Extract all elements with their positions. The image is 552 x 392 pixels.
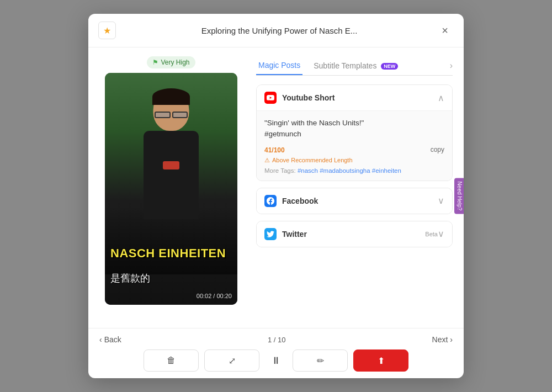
need-help-tab[interactable]: Need Help? bbox=[454, 178, 464, 214]
facebook-icon bbox=[264, 195, 277, 207]
action-row: 🗑 ⤢ ⏸ ✏ ⬆ bbox=[99, 349, 453, 372]
facebook-header[interactable]: Facebook ∨ bbox=[257, 188, 452, 214]
delete-icon: 🗑 bbox=[167, 356, 176, 365]
youtube-short-header[interactable]: Youtube Short ∧ bbox=[257, 85, 452, 110]
favorite-button[interactable]: ★ bbox=[98, 22, 116, 39]
next-button[interactable]: Next › bbox=[432, 335, 453, 344]
more-tags: More Tags: #nasch #madaboutsingha #einhe… bbox=[264, 167, 444, 174]
facebook-platform-name: Facebook bbox=[282, 197, 438, 205]
twitter-header[interactable]: Twitter Beta ∨ bbox=[257, 221, 452, 247]
back-button[interactable]: ‹ Back bbox=[99, 335, 121, 344]
delete-button[interactable]: 🗑 bbox=[144, 349, 199, 372]
edit-icon: ✏ bbox=[317, 356, 324, 366]
quality-badge: Very High bbox=[147, 56, 195, 68]
next-icon: › bbox=[450, 335, 453, 344]
new-badge: NEW bbox=[381, 63, 398, 70]
video-subtitle: 是舊款的 bbox=[110, 272, 232, 285]
back-icon: ‹ bbox=[99, 335, 102, 344]
char-count: 41/100 bbox=[264, 146, 285, 154]
edit-button[interactable]: ✏ bbox=[293, 349, 348, 372]
tab-magic-posts[interactable]: Magic Posts bbox=[256, 56, 302, 75]
youtube-chevron-icon[interactable]: ∧ bbox=[438, 93, 444, 103]
twitter-section: Twitter Beta ∨ bbox=[256, 221, 453, 247]
tab-subtitle-templates[interactable]: Subtitle Templates NEW bbox=[311, 57, 400, 75]
tabs-row: Magic Posts Subtitle Templates NEW › bbox=[256, 56, 453, 76]
pause-button[interactable]: ⏸ bbox=[265, 349, 287, 372]
facebook-chevron-icon[interactable]: ∨ bbox=[438, 195, 444, 206]
resize-button[interactable]: ⤢ bbox=[204, 349, 259, 372]
youtube-short-body: "Singin' with the Nasch Units!" #getmunc… bbox=[257, 110, 452, 181]
twitter-platform-name: Twitter bbox=[282, 230, 422, 239]
modal-body: Very High bbox=[88, 47, 464, 328]
youtube-icon bbox=[264, 92, 277, 104]
video-text-overlay: NASCH EINHEITEN bbox=[110, 246, 232, 261]
modal-header: ★ Exploring the Unifying Power of Nasch … bbox=[88, 14, 464, 47]
video-section: Very High bbox=[99, 56, 243, 319]
modal-overlay: ★ Exploring the Unifying Power of Nasch … bbox=[0, 0, 552, 392]
modal-footer: ‹ Back 1 / 10 Next › 🗑 ⤢ ⏸ bbox=[88, 328, 464, 378]
quality-label: Very High bbox=[161, 59, 189, 66]
copy-button[interactable]: copy bbox=[431, 146, 444, 153]
facebook-section: Facebook ∨ bbox=[256, 188, 453, 214]
video-title-text: NASCH EINHEITEN bbox=[110, 246, 232, 261]
nav-row: ‹ Back 1 / 10 Next › bbox=[99, 335, 453, 344]
page-indicator: 1 / 10 bbox=[268, 336, 286, 344]
youtube-caption: "Singin' with the Nasch Units!" #getmunc… bbox=[264, 118, 444, 140]
content-section: Magic Posts Subtitle Templates NEW › bbox=[256, 56, 453, 319]
pause-icon: ⏸ bbox=[271, 355, 281, 367]
share-icon: ⬆ bbox=[378, 356, 385, 366]
share-button[interactable]: ⬆ bbox=[353, 349, 408, 372]
modal-title: Exploring the Unifying Power of Nasch E.… bbox=[123, 26, 436, 35]
warning-text: ⚠ Above Recommended Length bbox=[264, 157, 444, 164]
youtube-platform-name: Youtube Short bbox=[282, 93, 438, 102]
modal: ★ Exploring the Unifying Power of Nasch … bbox=[88, 14, 464, 378]
resize-icon: ⤢ bbox=[229, 356, 236, 366]
twitter-icon bbox=[264, 228, 277, 240]
twitter-beta-label: Beta bbox=[425, 231, 438, 237]
twitter-chevron-icon[interactable]: ∨ bbox=[438, 229, 444, 239]
youtube-meta: 41/100 copy bbox=[264, 145, 444, 155]
tab-arrow[interactable]: › bbox=[450, 61, 453, 71]
warning-icon: ⚠ bbox=[264, 157, 270, 164]
close-button[interactable]: × bbox=[436, 22, 454, 39]
video-timer: 00:02 / 00:20 bbox=[197, 293, 232, 299]
video-thumbnail: NASCH EINHEITEN 是舊款的 00:02 / 00:20 bbox=[105, 73, 237, 305]
youtube-short-section: Youtube Short ∧ "Singin' with the Nasch … bbox=[256, 84, 453, 181]
